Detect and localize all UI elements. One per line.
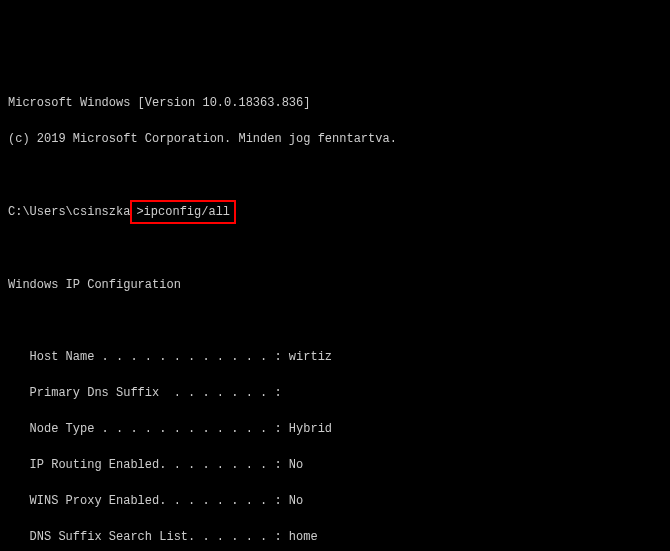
command-highlight: >ipconfig/all <box>130 200 236 224</box>
version-line: Microsoft Windows [Version 10.0.18363.83… <box>8 94 662 112</box>
ipconfig-primary-dns-suffix: Primary Dns Suffix . . . . . . . : <box>8 384 662 402</box>
ipconfig-host-name: Host Name . . . . . . . . . . . . : wirt… <box>8 348 662 366</box>
prompt-path: C:\Users\csinszka <box>8 203 130 221</box>
copyright-line: (c) 2019 Microsoft Corporation. Minden j… <box>8 130 662 148</box>
section-header-ipconfig: Windows IP Configuration <box>8 276 662 294</box>
ipconfig-dns-suffix-list: DNS Suffix Search List. . . . . . : home <box>8 528 662 546</box>
ipconfig-wins-proxy: WINS Proxy Enabled. . . . . . . . : No <box>8 492 662 510</box>
ipconfig-node-type: Node Type . . . . . . . . . . . . : Hybr… <box>8 420 662 438</box>
command-prompt-1: C:\Users\csinszka>ipconfig/all <box>8 202 662 222</box>
terminal-output: Microsoft Windows [Version 10.0.18363.83… <box>8 76 662 551</box>
ipconfig-ip-routing: IP Routing Enabled. . . . . . . . : No <box>8 456 662 474</box>
